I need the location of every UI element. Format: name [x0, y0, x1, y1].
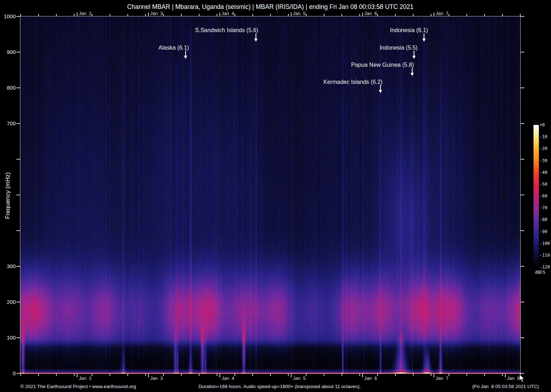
colorbar-tick-label: -40 [540, 170, 551, 175]
page-title: Channel MBAR | Mbarara, Uganda (seismic)… [20, 3, 520, 11]
y-axis-tick [16, 266, 20, 267]
time-minor-tick-bottom [92, 374, 92, 376]
time-minor-tick-top [520, 14, 521, 16]
y-axis-tick-label: 300 [0, 263, 16, 269]
time-minor-tick-top [359, 14, 360, 16]
time-minor-tick-top [502, 14, 503, 16]
time-major-tick-bottom [148, 374, 149, 377]
time-major-tick-bottom [434, 374, 434, 377]
time-label-top: Jan 3 [150, 11, 163, 16]
y-axis-tick [16, 52, 20, 52]
time-label-bottom: Jan 3 [150, 376, 163, 381]
time-minor-tick-top [163, 14, 164, 16]
y-axis-tick [16, 159, 20, 160]
colorbar-tick-label: -90 [540, 229, 551, 234]
y-axis-tick-right [521, 373, 524, 374]
time-label-top: Jan 6 [364, 11, 377, 16]
time-minor-tick-bottom [145, 374, 146, 376]
time-minor-tick-bottom [20, 374, 21, 376]
y-axis-tick [16, 302, 20, 302]
time-minor-tick-bottom [449, 374, 449, 376]
time-minor-tick-top [181, 14, 182, 16]
time-minor-tick-bottom [181, 374, 182, 376]
time-minor-tick-top [270, 14, 271, 16]
time-minor-tick-top [395, 14, 396, 16]
time-major-tick-bottom [291, 374, 292, 377]
colorbar-unit: dBFS [535, 270, 545, 275]
earthquake-label: S.Sandwich Islands (5.6) [195, 27, 258, 34]
time-minor-tick-bottom [377, 374, 378, 376]
time-minor-tick-bottom [199, 374, 199, 376]
colorbar-tick-label: -70 [540, 205, 551, 210]
time-major-tick-top [148, 12, 149, 16]
y-axis-tick-right [521, 266, 524, 267]
time-minor-tick-bottom [217, 374, 217, 376]
time-minor-tick-bottom [359, 374, 360, 376]
colorbar-tick-label: -10 [540, 134, 551, 139]
time-minor-tick-top [92, 14, 92, 16]
y-axis-tick [16, 373, 20, 374]
time-minor-tick-bottom [110, 374, 110, 376]
time-minor-tick-bottom [56, 374, 57, 376]
time-label-bottom: Jan 6 [364, 376, 377, 381]
time-label-bottom: Jan 2 [79, 376, 91, 381]
time-minor-tick-bottom [127, 374, 128, 376]
time-minor-tick-top [466, 14, 467, 16]
colorbar-tick-label: -100 [540, 241, 551, 246]
down-arrow-icon [183, 51, 188, 59]
y-axis-tick [16, 195, 20, 195]
time-major-tick-top [434, 12, 434, 16]
footer-duration: Duration=168 hours. Audio speed-up=1800×… [198, 384, 361, 389]
time-label-bottom: Jan 7 [436, 376, 448, 381]
colorbar-tick-label: -80 [540, 217, 551, 222]
time-label-top: Jan 5 [293, 11, 305, 16]
spectrogram-page: Channel MBAR | Mbarara, Uganda (seismic)… [0, 0, 551, 392]
y-axis-tick-right [521, 337, 524, 338]
y-axis-tick-right [521, 87, 524, 88]
time-major-tick-top [291, 12, 292, 16]
spectrogram-plot: S.Sandwich Islands (5.6)Alaska (6.1)Indo… [20, 16, 521, 374]
y-axis-tick-label: 1000 [0, 13, 16, 19]
y-axis-tick-label: 200 [0, 299, 16, 305]
colorbar-tick-label: -120 [540, 265, 551, 270]
time-minor-tick-top [288, 14, 289, 16]
time-minor-tick-bottom [395, 374, 396, 376]
time-minor-tick-bottom [74, 374, 75, 376]
y-axis-tick [16, 123, 20, 124]
time-minor-tick-bottom [38, 374, 39, 376]
time-minor-tick-top [199, 14, 199, 16]
time-minor-tick-top [234, 14, 235, 16]
footer-copyright: © 2021 The Earthsound Project • www.eart… [20, 384, 136, 389]
time-minor-tick-top [431, 14, 431, 16]
time-minor-tick-bottom [163, 374, 164, 376]
time-minor-tick-top [127, 14, 128, 16]
time-minor-tick-top [38, 14, 39, 16]
y-axis-tick-right [521, 195, 524, 195]
time-minor-tick-bottom [324, 374, 324, 376]
time-minor-tick-top [252, 14, 253, 16]
y-axis-tick-label: 800 [0, 85, 16, 91]
y-axis-tick-right [521, 302, 524, 302]
time-minor-tick-bottom [342, 374, 342, 376]
time-label-top: Jan 2 [79, 11, 91, 16]
earthquake-label: Indonesia (5.5) [380, 45, 418, 51]
time-minor-tick-bottom [502, 374, 503, 376]
y-axis-tick-label: 100 [0, 335, 16, 341]
time-minor-tick-top [413, 14, 414, 16]
time-minor-tick-top [20, 14, 21, 16]
colorbar-tick-label: +0 [540, 122, 551, 127]
y-axis-tick-right [521, 230, 524, 231]
y-axis-tick-right [521, 159, 524, 160]
time-label-top: Jan 4 [222, 11, 234, 16]
y-axis-tick-label: 0 [0, 370, 16, 376]
time-label-bottom: Jan 4 [222, 376, 234, 381]
y-axis-tick-label: 700 [0, 120, 16, 126]
time-major-tick-bottom [505, 374, 506, 377]
time-minor-tick-top [110, 14, 110, 16]
time-minor-tick-top [342, 14, 342, 16]
colorbar-gradient [534, 125, 539, 267]
time-minor-tick-top [484, 14, 485, 16]
y-axis-title: Frequency (mHz) [4, 172, 11, 219]
time-minor-tick-bottom [270, 374, 271, 376]
time-minor-tick-bottom [234, 374, 235, 376]
